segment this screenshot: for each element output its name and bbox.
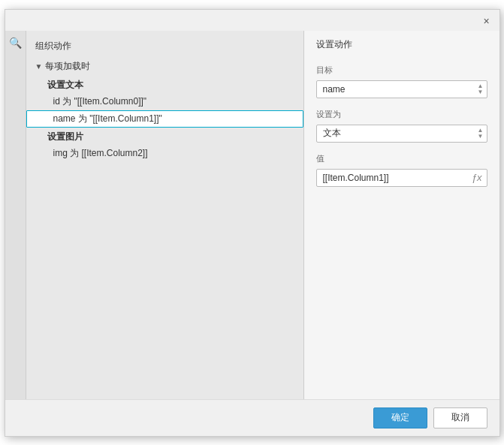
set-as-spinner-down[interactable]: ▼ [478, 134, 484, 140]
value-field-group: 值 ƒx [316, 153, 487, 187]
title-bar: × [5, 10, 499, 31]
target-field-group: 目标 ▲ ▼ [316, 65, 487, 98]
section-title-text: 设置文本 [26, 76, 303, 93]
set-as-label: 设置为 [316, 109, 487, 120]
left-sidebar: 🔍 [5, 31, 26, 399]
dialog-body: 🔍 组织动作 ▼ 每项加载时 设置文本 id 为 "[[Item.Column0… [5, 31, 499, 399]
set-as-input-wrap: ▲ ▼ [316, 125, 487, 143]
value-input[interactable] [320, 171, 470, 185]
fx-icon[interactable]: ƒx [470, 172, 484, 183]
right-panel: 设置动作 目标 ▲ ▼ 设置为 ▲ ▼ [304, 31, 499, 399]
target-input-wrap: ▲ ▼ [316, 80, 487, 98]
set-as-field-group: 设置为 ▲ ▼ [316, 109, 487, 143]
dialog: × 🔍 组织动作 ▼ 每项加载时 设置文本 id 为 "[[Item.Colum… [5, 9, 500, 437]
value-input-wrap: ƒx [316, 169, 487, 187]
confirm-button[interactable]: 确定 [373, 407, 427, 428]
target-input[interactable] [320, 83, 476, 96]
list-item-img[interactable]: img 为 [[Item.Column2]] [26, 145, 303, 162]
target-spinner-down[interactable]: ▼ [478, 89, 484, 95]
right-panel-header: 设置动作 [316, 38, 487, 51]
value-label: 值 [316, 153, 487, 164]
dialog-footer: 确定 取消 [5, 399, 499, 436]
cancel-button[interactable]: 取消 [433, 407, 487, 428]
list-item[interactable]: id 为 "[[Item.Column0]]" [26, 93, 303, 110]
close-button[interactable]: × [480, 14, 493, 28]
list-item-selected[interactable]: name 为 "[[Item.Column1]]" [26, 110, 303, 128]
group-name: 每项加载时 [45, 60, 90, 73]
set-as-input[interactable] [320, 127, 476, 140]
left-panel-header: 组织动作 [26, 37, 303, 59]
left-panel: 组织动作 ▼ 每项加载时 设置文本 id 为 "[[Item.Column0]]… [26, 31, 304, 399]
group-label[interactable]: ▼ 每项加载时 [26, 59, 303, 76]
section-title-image: 设置图片 [26, 128, 303, 145]
set-as-spinner: ▲ ▼ [478, 128, 484, 140]
search-icon[interactable]: 🔍 [9, 37, 22, 49]
target-spinner: ▲ ▼ [478, 83, 484, 95]
target-label: 目标 [316, 65, 487, 76]
collapse-arrow-icon: ▼ [35, 62, 43, 71]
